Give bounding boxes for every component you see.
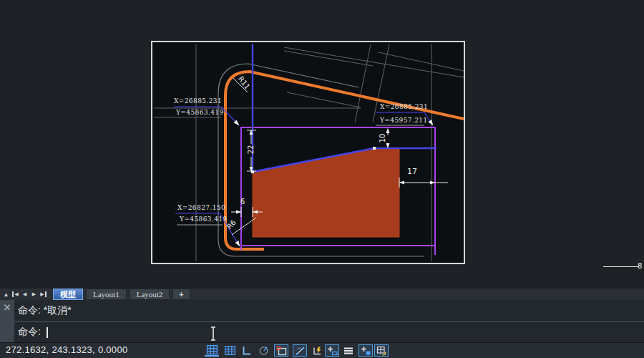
next-layout-button[interactable]: ▶ [29,289,39,299]
tab-model-label: 模型 [60,289,76,300]
text-caret [47,327,48,338]
dynamic-input-toggle[interactable] [310,344,324,357]
ibeam-cursor [209,326,218,342]
add-layout-button[interactable]: + [172,289,190,300]
drawing-viewport[interactable]: X=26885.231 Y=45863.419 X=26885.231 Y=45… [151,41,465,264]
coordinate-readout[interactable]: 272.1632, 243.1323, 0.0000 [6,343,127,357]
coord-label-upper-right-y: Y=45957.211 [380,117,428,124]
quick-properties-icon [327,346,338,356]
grid-display-toggle[interactable] [205,344,219,357]
coord-label-upper-left-x: X=26885.231 [174,97,222,105]
vertex-grip [373,147,376,150]
previous-layout-button[interactable]: ◀ [20,289,29,299]
snap-mode-toggle[interactable] [223,344,237,357]
edge-dimension-line [603,266,639,267]
layouts-popup-button[interactable]: ▲ [1,289,11,299]
ortho-mode-toggle[interactable] [239,344,253,357]
dim-text-10: 10 [379,134,386,143]
tab-model[interactable]: 模型 [53,289,83,300]
polar-tracking-icon [258,345,269,356]
drawing-geometry [152,42,464,263]
command-line-panel: ✕ 命令: *取消* 命令: [0,300,644,342]
hamburger-menu-icon [343,347,353,355]
dim-text-22: 22 [248,145,255,155]
snap-grid-icon [225,346,235,355]
object-snap-icon [276,346,287,356]
selection-cycling-icon [361,346,371,356]
drawing-workspace[interactable]: X=26885.231 Y=45863.419 X=26885.231 Y=45… [0,0,644,289]
object-snap-toggle[interactable] [274,344,288,357]
tab-layout1-label: Layout1 [93,290,119,299]
tab-layout2-label: Layout2 [137,290,163,299]
first-layout-button[interactable]: ◀ [11,289,20,299]
status-bar: 272.1632, 243.1323, 0.0000 [0,342,644,358]
grid-icon [207,345,218,354]
command-panel-grip[interactable]: ✕ [0,300,14,342]
annotation-monitor-toggle[interactable] [374,344,389,357]
edge-dimension-text: 8 [638,262,642,270]
dim-text-6: 6 [240,198,245,205]
selection-cycling-toggle[interactable] [358,344,373,357]
polar-tracking-toggle[interactable] [256,344,270,357]
add-layout-label: + [179,290,183,299]
dynamic-input-icon [312,346,323,356]
object-snap-tracking-icon [295,346,306,356]
command-history-text: 命令: *取消* [18,304,72,317]
quick-properties-toggle[interactable] [325,344,339,357]
close-icon[interactable]: ✕ [2,303,12,313]
coord-label-lower-left-x: X=26827.150 [177,204,225,211]
annotation-monitor-icon [376,346,387,356]
last-layout-button[interactable]: ▶ [39,289,48,299]
tab-layout1[interactable]: Layout1 [86,289,127,300]
command-prompt-text: 命令: [18,326,41,339]
tab-layout2[interactable]: Layout2 [130,289,170,300]
command-input-line[interactable]: 命令: [14,321,644,342]
dim-text-17: 17 [407,168,417,175]
cad-application-window: X=26885.231 Y=45863.419 X=26885.231 Y=45… [0,0,644,358]
customization-menu-button[interactable] [341,344,356,357]
coord-label-upper-left-y: Y=45863.419 [176,109,224,116]
ortho-icon [241,346,251,355]
object-snap-tracking-toggle[interactable] [293,344,307,357]
layout-tab-bar: ▲ ◀ ◀ ▶ ▶ 模型 Layout1 Layout2 + [0,289,644,300]
coord-label-upper-right-x: X=26885.231 [380,103,428,110]
red-fill-region[interactable] [253,149,399,237]
command-history-line: 命令: *取消* [14,300,644,321]
coord-label-lower-left-y: Y=45863.419 [180,216,228,223]
